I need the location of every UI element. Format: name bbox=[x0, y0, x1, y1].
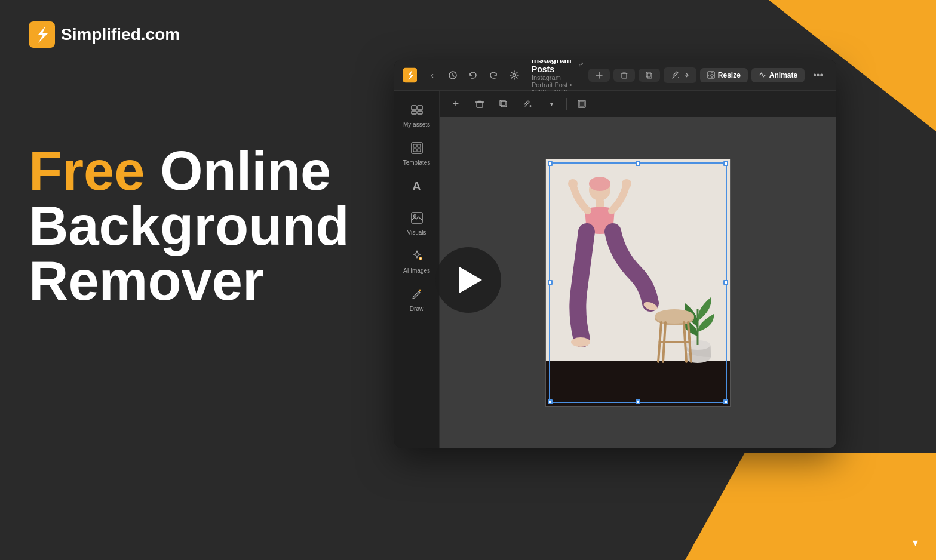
scroll-down-chevron[interactable]: ▾ bbox=[913, 536, 918, 549]
dropdown-icon[interactable]: ▾ bbox=[542, 95, 560, 113]
play-triangle-icon bbox=[459, 267, 482, 293]
sidebar-item-visuals[interactable]: Visuals bbox=[394, 204, 439, 242]
logo-area[interactable]: Simplified.com bbox=[29, 21, 180, 48]
svg-rect-11 bbox=[418, 111, 422, 114]
svg-rect-4 bbox=[622, 73, 627, 78]
floor-bg bbox=[546, 361, 730, 406]
canvas-design bbox=[545, 159, 731, 407]
back-button[interactable]: ‹ bbox=[424, 67, 440, 84]
svg-point-39 bbox=[568, 179, 578, 189]
fill-button[interactable] bbox=[664, 67, 696, 83]
divider bbox=[566, 98, 567, 110]
undo-button[interactable] bbox=[465, 67, 481, 84]
sidebar-item-templates[interactable]: Templates bbox=[394, 134, 439, 172]
add-element-button[interactable]: + bbox=[447, 95, 465, 113]
fill-color-button[interactable] bbox=[518, 95, 536, 113]
svg-rect-13 bbox=[413, 144, 416, 147]
toolbar-actions: Resize Animate ••• bbox=[588, 67, 828, 83]
hero-line2: Background bbox=[29, 198, 349, 253]
svg-rect-9 bbox=[418, 106, 422, 110]
hero-free: Free bbox=[29, 140, 145, 201]
templates-icon bbox=[409, 140, 425, 156]
svg-point-3 bbox=[513, 73, 515, 76]
duplicate-button[interactable] bbox=[495, 95, 513, 113]
hero-line3: Remover bbox=[29, 253, 349, 308]
animate-button[interactable]: Animate bbox=[751, 68, 805, 82]
play-circle[interactable] bbox=[435, 247, 501, 313]
svg-rect-25 bbox=[579, 101, 584, 106]
logo-icon bbox=[29, 21, 55, 48]
toolbar-title-area: Instagram Posts Instagram Portrait Post … bbox=[532, 60, 584, 96]
editor-title: Instagram Posts bbox=[532, 60, 575, 74]
redo-button[interactable] bbox=[486, 67, 501, 84]
copy-button[interactable] bbox=[639, 69, 660, 82]
sidebar-item-text[interactable]: A bbox=[394, 172, 439, 204]
sidebar-item-my-assets[interactable]: My assets bbox=[394, 96, 439, 134]
svg-rect-14 bbox=[418, 144, 421, 147]
visuals-icon bbox=[409, 210, 425, 226]
svg-point-37 bbox=[589, 177, 610, 191]
ai-images-label: AI Images bbox=[403, 267, 430, 274]
add-button[interactable] bbox=[588, 69, 610, 82]
hero-online: Online bbox=[145, 140, 331, 201]
visuals-label: Visuals bbox=[407, 229, 426, 236]
toolbar-logo-icon bbox=[403, 67, 417, 83]
text-icon: A bbox=[409, 178, 425, 195]
svg-rect-5 bbox=[647, 73, 652, 78]
svg-point-18 bbox=[413, 215, 416, 217]
draw-icon bbox=[409, 286, 425, 303]
editor-toolbar: ‹ Instagram Posts Instagram Portrait Pos… bbox=[394, 60, 836, 91]
svg-point-40 bbox=[622, 179, 631, 189]
delete-button[interactable] bbox=[613, 69, 635, 82]
svg-rect-8 bbox=[412, 106, 416, 110]
delete-element-button[interactable] bbox=[471, 95, 489, 113]
logo-text: Simplified.com bbox=[61, 25, 180, 44]
my-assets-label: My assets bbox=[403, 121, 430, 128]
history-button[interactable] bbox=[445, 67, 461, 84]
svg-rect-10 bbox=[412, 111, 416, 114]
yoga-figure-svg bbox=[558, 172, 665, 363]
svg-rect-15 bbox=[413, 149, 416, 152]
secondary-toolbar: + ▾ bbox=[440, 91, 836, 117]
resize-button[interactable]: Resize bbox=[700, 68, 748, 82]
svg-point-20 bbox=[419, 290, 421, 291]
svg-point-41 bbox=[571, 337, 590, 347]
hero-line1: Free Online bbox=[29, 143, 349, 198]
edit-icon bbox=[578, 60, 584, 69]
my-assets-icon bbox=[409, 101, 425, 118]
templates-label: Templates bbox=[403, 159, 431, 166]
draw-label: Draw bbox=[410, 306, 423, 312]
hero-text: Free Online Background Remover bbox=[29, 143, 349, 308]
editor-sidebar: My assets Templates A Visuals bbox=[394, 91, 440, 448]
svg-rect-16 bbox=[418, 149, 421, 152]
svg-rect-7 bbox=[708, 72, 714, 78]
sidebar-item-draw[interactable]: Draw bbox=[394, 280, 439, 318]
more-options-button[interactable]: ••• bbox=[808, 67, 828, 83]
play-button[interactable] bbox=[435, 247, 501, 313]
svg-rect-21 bbox=[477, 102, 483, 107]
sidebar-item-ai-images[interactable]: AI Images bbox=[394, 242, 439, 280]
svg-rect-6 bbox=[646, 72, 650, 77]
settings-button[interactable] bbox=[507, 67, 522, 84]
corner-decoration-br bbox=[685, 453, 936, 560]
ai-images-icon bbox=[409, 248, 425, 264]
crop-button[interactable] bbox=[573, 95, 591, 113]
